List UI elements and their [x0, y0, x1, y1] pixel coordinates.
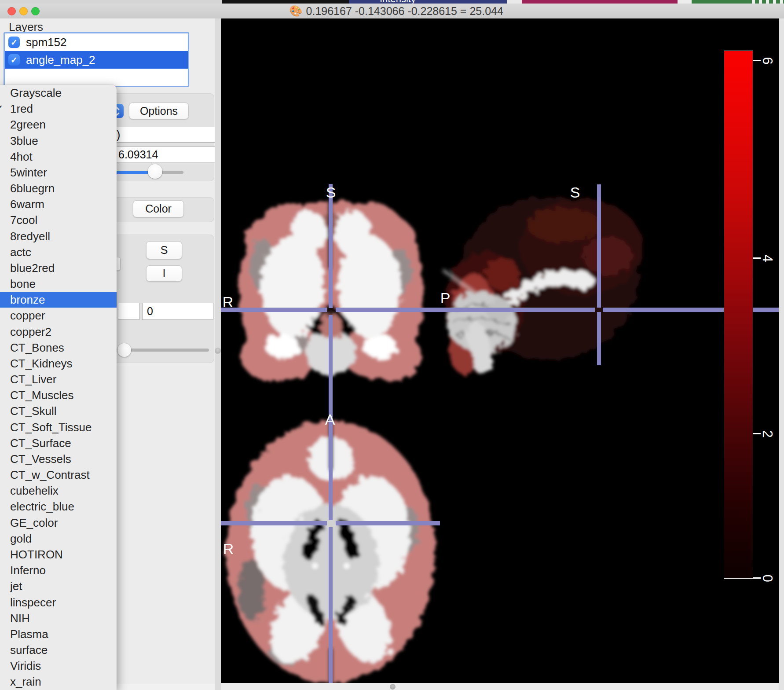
- menu-item[interactable]: CT_Bones: [0, 340, 117, 356]
- menu-item[interactable]: HOTIRON: [0, 547, 117, 562]
- palette-icon: 🎨: [289, 5, 303, 17]
- sagittal-slice: [443, 197, 643, 376]
- intensity-label: Intensity: [380, 0, 416, 4]
- menu-item[interactable]: cubehelix: [0, 483, 117, 499]
- menu-item[interactable]: Plasma: [0, 626, 117, 642]
- crosshair-vertical-sagittal-bottom: [597, 312, 601, 365]
- crosshair-horizontal-mid: [336, 308, 595, 312]
- small-number-field[interactable]: [118, 303, 140, 319]
- menu-item[interactable]: x_rain: [0, 674, 117, 690]
- splitter-handle-dot[interactable]: [215, 348, 221, 354]
- orientation-label-superior-coronal: S: [326, 184, 336, 201]
- crosshair-vertical-sagittal-top: [597, 184, 601, 308]
- colormap-dropdown-menu[interactable]: Grayscale ✓1red 2green 3blue 4hot 5winte…: [0, 85, 117, 690]
- title-bar: 🎨 0.196167 -0.143066 -0.228615 = 25.044: [0, 4, 784, 19]
- strip-crimson: [522, 0, 678, 4]
- opacity-slider-track[interactable]: [110, 171, 183, 174]
- menu-item[interactable]: 4hot: [0, 149, 117, 165]
- menu-item[interactable]: blue2red: [0, 260, 117, 276]
- menu-item[interactable]: 6bluegrn: [0, 180, 117, 196]
- min-value-field[interactable]: ): [106, 127, 218, 143]
- panel-splitter[interactable]: [215, 18, 221, 690]
- app-window: Intensity 🎨 0.196167 -0.143066 -0.228615…: [0, 0, 784, 690]
- menu-item[interactable]: 5winter: [0, 165, 117, 180]
- mri-viewport[interactable]: S S R P A R 6 4 2 0: [221, 18, 779, 690]
- strip-light1: [507, 0, 522, 4]
- menu-item[interactable]: CT_Soft_Tissue: [0, 419, 117, 435]
- menu-item[interactable]: CT_Skull: [0, 403, 117, 419]
- menu-item[interactable]: Inferno: [0, 562, 117, 578]
- menu-item[interactable]: CT_Liver: [0, 371, 117, 387]
- brain-slices-canvas[interactable]: [221, 18, 779, 683]
- zoom-button[interactable]: [31, 7, 40, 15]
- menu-item-checked[interactable]: ✓1red: [0, 101, 117, 117]
- layer-row-angle-map-2[interactable]: ✓ angle_map_2: [5, 51, 188, 69]
- right-scrollbar-track[interactable]: [779, 18, 784, 690]
- max-value-field[interactable]: 6.09314: [106, 147, 220, 162]
- checkbox-checked-icon[interactable]: ✓: [8, 54, 20, 66]
- clip-slider-thumb[interactable]: [117, 343, 131, 357]
- crosshair-axial-horizontal-left: [221, 521, 327, 525]
- menu-item[interactable]: surface: [0, 642, 117, 658]
- menu-item[interactable]: 2green: [0, 117, 117, 132]
- menu-item[interactable]: copper2: [0, 324, 117, 340]
- layers-listbox[interactable]: ✓ spm152 ✓ angle_map_2: [4, 32, 189, 87]
- crosshair-vertical-coronal: [329, 184, 333, 308]
- opacity-slider-thumb[interactable]: [148, 164, 162, 179]
- window-title: 🎨 0.196167 -0.143066 -0.228615 = 25.044: [289, 4, 503, 18]
- strip-gray: [0, 0, 222, 4]
- color-button[interactable]: Color: [133, 200, 184, 217]
- minimize-button[interactable]: [19, 7, 28, 15]
- checkbox-checked-icon[interactable]: ✓: [8, 37, 20, 48]
- menu-item[interactable]: CT_Kidneys: [0, 356, 117, 371]
- menu-item[interactable]: CT_Surface: [0, 435, 117, 451]
- orientation-label-superior-sagittal: S: [570, 184, 580, 201]
- colorbar-label-6: 6: [759, 52, 775, 70]
- menu-item[interactable]: bone: [0, 276, 117, 292]
- orientation-label-right-coronal: R: [223, 294, 234, 311]
- menu-item[interactable]: GE_color: [0, 515, 117, 531]
- menu-item[interactable]: CT_Muscles: [0, 387, 117, 403]
- menu-item-selected[interactable]: bronze: [0, 292, 117, 308]
- colorbar-label-0: 0: [759, 569, 775, 587]
- menu-item[interactable]: CT_Vessels: [0, 451, 117, 467]
- menu-item[interactable]: 3blue: [0, 133, 117, 149]
- menu-item[interactable]: copper: [0, 308, 117, 323]
- intensity-colorbar: [724, 51, 753, 579]
- menu-item[interactable]: actc: [0, 244, 117, 260]
- close-button[interactable]: [7, 7, 16, 15]
- depth-field[interactable]: 0: [142, 303, 213, 320]
- strip-light2: [678, 0, 692, 4]
- menu-item[interactable]: Grayscale: [0, 85, 117, 101]
- superior-button[interactable]: S: [146, 241, 182, 259]
- menu-item[interactable]: 8redyell: [0, 228, 117, 244]
- menu-item[interactable]: electric_blue: [0, 499, 117, 514]
- strip-green-dashes: [748, 0, 784, 4]
- strip-black: [222, 0, 349, 4]
- strip-green: [692, 0, 748, 4]
- coordinates-readout: 0.196167 -0.143066 -0.228615 = 25.044: [306, 5, 503, 18]
- menu-item[interactable]: NIH: [0, 610, 117, 626]
- crosshair-vertical-axial: [329, 527, 333, 683]
- menu-item[interactable]: jet: [0, 578, 117, 594]
- orientation-label-right-axial: R: [223, 540, 234, 558]
- menu-item[interactable]: gold: [0, 531, 117, 547]
- layer-name: angle_map_2: [26, 53, 95, 67]
- options-button[interactable]: Options: [129, 103, 189, 119]
- inferior-button[interactable]: I: [146, 265, 182, 282]
- layer-row-spm152[interactable]: ✓ spm152: [5, 33, 188, 51]
- crosshair-horizontal-left: [221, 308, 327, 312]
- menu-item[interactable]: 7cool: [0, 212, 117, 228]
- strip-navy: Intensity: [349, 0, 507, 4]
- menu-item[interactable]: CT_w_Contrast: [0, 467, 117, 483]
- checkmark-icon: ✓: [0, 101, 8, 117]
- menu-item[interactable]: Viridis: [0, 658, 117, 674]
- crosshair-axial-horizontal-right: [336, 521, 440, 525]
- menu-item[interactable]: 6warm: [0, 196, 117, 212]
- orientation-label-anterior: A: [325, 411, 335, 428]
- viewport-scrollbar-thumb[interactable]: [390, 684, 396, 690]
- colorbar-label-4: 4: [759, 250, 775, 267]
- orientation-label-posterior: P: [440, 290, 451, 307]
- viewport-scrollbar-track[interactable]: [221, 683, 779, 690]
- menu-item[interactable]: linspecer: [0, 595, 117, 610]
